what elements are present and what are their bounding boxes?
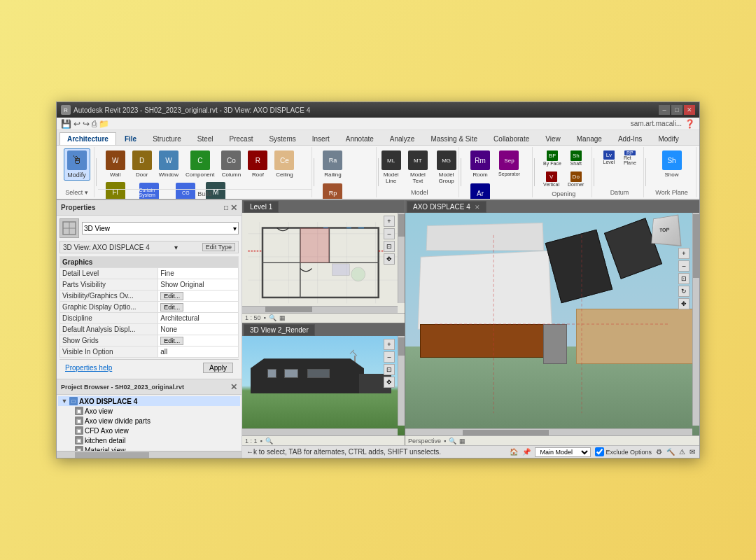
by-face-button[interactable]: BF By Face (540, 148, 565, 168)
status-bar: ←k to select, TAB for alternates, CTRL a… (242, 445, 699, 458)
prop-view-icon (59, 218, 79, 238)
edit-type-button[interactable]: Edit Type (202, 243, 235, 251)
tab-manage[interactable]: Manage (569, 132, 610, 145)
axo-pan-button[interactable]: ✥ (678, 298, 690, 309)
tree-item-axo-displace-4[interactable]: ▼ □ AXO DISPLACE 4 (58, 396, 240, 406)
tree-item-kitchen[interactable]: ▣ kitchen detail (58, 435, 240, 445)
qa-print-icon[interactable]: ⎙ (92, 119, 97, 129)
exclude-options-checkbox[interactable] (595, 447, 604, 456)
axo-orbit-button[interactable]: ↻ (678, 286, 690, 297)
tab-precast[interactable]: Precast (222, 132, 261, 145)
ribbon-group-build: W Wall D Door W Window C Component Co Co… (98, 147, 312, 197)
modify-button[interactable]: 🖱 Modify (64, 148, 90, 181)
zoom-in-button[interactable]: + (384, 216, 395, 227)
show-work-plane-button[interactable]: Sh Show (659, 148, 685, 180)
tab-analyze[interactable]: Analyze (382, 132, 423, 145)
view-type-dropdown[interactable]: 3D View ▾ (82, 222, 239, 234)
model-text-icon: MT (408, 150, 428, 170)
project-browser-title: Project Browser - SH02_2023_original.rvt (61, 384, 184, 391)
project-browser-close-icon[interactable]: ✕ (230, 382, 237, 392)
title-bar-controls[interactable]: – □ ✕ (659, 105, 695, 115)
tree-item-axo-view[interactable]: ▣ Axo view (58, 406, 240, 416)
tab-structure[interactable]: Structure (145, 132, 189, 145)
qa-redo-icon[interactable]: ↪ (83, 119, 90, 129)
minimize-button[interactable]: – (659, 105, 670, 115)
vertical-button[interactable]: V Vertical (540, 169, 563, 189)
tab-view[interactable]: View (538, 132, 568, 145)
render-zoom-out-button[interactable]: – (384, 351, 395, 363)
level1-tab[interactable]: Level 1 (244, 201, 279, 213)
properties-close-icon[interactable]: ✕ (230, 203, 237, 213)
column-button[interactable]: Co Column (218, 148, 244, 180)
model-text-button[interactable]: MT Model Text (405, 148, 430, 186)
ribbon-group-work-plane: Sh Show Work Plane (648, 147, 696, 197)
view-name-dropdown[interactable]: ▾ (174, 244, 178, 251)
properties-help-link[interactable]: Properties help (62, 363, 115, 373)
render-pan-button[interactable]: ✥ (384, 377, 395, 388)
tree-item-cfd-axo[interactable]: ▣ CFD Axo view (58, 426, 240, 435)
render2-scale-bar: 1 : 1 ▪ 🔍 (242, 435, 405, 445)
dormer-button[interactable]: Do Dormer (564, 169, 587, 189)
tab-steel[interactable]: Steel (190, 132, 221, 145)
tab-systems[interactable]: Systems (261, 132, 303, 145)
render-zoom-fit-button[interactable]: ⊡ (384, 364, 395, 375)
exclude-options-label: Exclude Options (595, 447, 652, 456)
zoom-fit-button[interactable]: ⊡ (384, 241, 395, 252)
tab-insert[interactable]: Insert (304, 132, 337, 145)
navigation-cube[interactable]: TOP (650, 216, 678, 244)
zoom-out-button[interactable]: – (384, 228, 395, 239)
tab-file[interactable]: File (117, 132, 144, 145)
help-icon[interactable]: ❓ (685, 119, 695, 129)
vis-graphics-edit-button[interactable]: Edit... (160, 292, 183, 300)
room-sep-button[interactable]: Sep Separator (495, 148, 524, 180)
modify-icon: 🖱 (67, 150, 87, 170)
pan-button[interactable]: ✥ (384, 253, 395, 265)
column-icon: Co (221, 150, 241, 170)
model-select[interactable]: Main Model (535, 447, 591, 457)
roof-icon: R (248, 150, 267, 170)
viewport-level1: Level 1 (242, 200, 405, 323)
maximize-button[interactable]: □ (671, 105, 682, 115)
tab-modify[interactable]: Modify (650, 132, 686, 145)
axo-zoom-out-button[interactable]: – (678, 260, 690, 272)
render-zoom-in-button[interactable]: + (384, 339, 395, 350)
wall-button[interactable]: W Wall (102, 148, 129, 180)
roof-button[interactable]: R Roof (244, 148, 271, 180)
qa-undo-icon[interactable]: ↩ (74, 119, 80, 129)
room-separator-icon: Sep (499, 150, 519, 170)
ceiling-button[interactable]: Ce Ceiling (271, 148, 298, 180)
room-button[interactable]: Rm Room (467, 148, 493, 180)
axo-zoom-fit-button[interactable]: ⊡ (678, 273, 690, 284)
tab-massing[interactable]: Massing & Site (423, 132, 485, 145)
ramp-icon: Rp (323, 183, 342, 200)
railing-button[interactable]: Ra Railing (319, 148, 346, 180)
shaft-button[interactable]: Sh Shaft (566, 148, 586, 168)
level-icon: Lv (603, 150, 615, 160)
tab-collaborate[interactable]: Collaborate (486, 132, 537, 145)
tab-addins[interactable]: Add-Ins (610, 132, 650, 145)
tree-item-axo-divide[interactable]: ▣ Axo view divide parts (58, 416, 240, 426)
tree-item-material[interactable]: ▣ Material view (58, 445, 240, 451)
ref-plane-button[interactable]: RP Ret Plane (620, 148, 640, 167)
model-line-button[interactable]: ML Model Line (378, 148, 404, 186)
show-grids-edit-button[interactable]: Edit... (160, 337, 183, 345)
qa-open-icon[interactable]: 📁 (99, 119, 109, 129)
window-button[interactable]: W Window (155, 148, 182, 180)
tab-architecture[interactable]: Architecture (59, 132, 116, 145)
axo-tab[interactable]: AXO DISPLACE 4 ✕ (407, 201, 486, 213)
close-button[interactable]: ✕ (684, 105, 695, 115)
graphic-display-edit-button[interactable]: Edit... (160, 303, 183, 312)
tab-annotate[interactable]: Annotate (338, 132, 382, 145)
render2-tab[interactable]: 3D View 2_Render (244, 324, 315, 336)
area-button[interactable]: Ar Area (467, 181, 493, 200)
level-button[interactable]: Lv Level (599, 148, 619, 167)
component-button[interactable]: C Component (182, 148, 218, 180)
qa-save-icon[interactable]: 💾 (61, 119, 71, 129)
axo-tab-close[interactable]: ✕ (475, 204, 480, 211)
door-button[interactable]: D Door (129, 148, 155, 180)
model-group-button[interactable]: MG Model Group (432, 148, 461, 186)
axo-zoom-in-button[interactable]: + (678, 248, 690, 259)
apply-button[interactable]: Apply (203, 363, 233, 373)
prop-row-show-grids: Show Grids Edit... (60, 335, 239, 346)
ramp-button[interactable]: Rp Ramp (319, 181, 346, 200)
